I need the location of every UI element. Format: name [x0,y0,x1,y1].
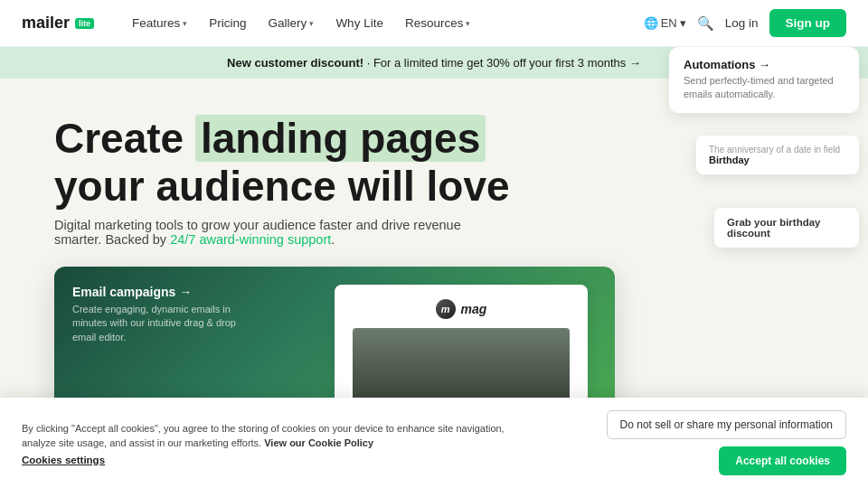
birthday-label: The anniversary of a date in field [709,145,846,155]
cookie-banner: By clicking "Accept all cookies", you ag… [0,398,868,488]
logo-badge: lite [75,18,94,29]
grab-discount-card: Grab your birthday discount [714,208,859,248]
signup-button[interactable]: Sign up [769,9,847,37]
grab-text: Grab your birthday discount [727,217,821,239]
logo-text: mailer [22,14,70,33]
nav-why-lite[interactable]: Why Lite [326,11,392,35]
nav-pricing[interactable]: Pricing [200,11,255,35]
navbar: mailer lite Features ▾ Pricing Gallery ▾… [0,0,868,47]
chevron-down-icon: ▾ [466,19,470,28]
cookie-left: By clicking "Accept all cookies", you ag… [22,421,528,465]
no-sell-button[interactable]: Do not sell or share my personal informa… [607,410,846,439]
search-icon[interactable]: 🔍 [697,15,714,32]
login-link[interactable]: Log in [725,16,759,30]
chevron-down-icon: ▾ [309,19,314,28]
email-campaigns-title: Email campaigns → [72,285,253,299]
headline-part2: your audience will love [54,163,510,210]
chevron-down-icon: ▾ [680,16,686,30]
cookie-buttons: Do not sell or share my personal informa… [607,410,846,475]
automations-card: Automations → Send perfectly-timed and t… [669,47,859,113]
globe-icon: 🌐 [644,16,658,30]
nav-gallery[interactable]: Gallery ▾ [259,11,324,35]
cookie-text: By clicking "Accept all cookies", you ag… [22,421,528,451]
editor-logo-icon: m [436,299,456,319]
hero-subtitle: Digital marketing tools to grow your aud… [54,218,506,247]
logo[interactable]: mailer lite [22,14,94,33]
chevron-down-icon: ▾ [183,19,187,28]
email-campaigns-label: Email campaigns → Create engaging, dynam… [72,285,253,344]
headline-highlight: landing pages [195,115,486,162]
cookie-settings-button[interactable]: Cookies settings [22,455,105,465]
nav-features[interactable]: Features ▾ [123,11,196,35]
editor-logo: m mag [436,299,487,319]
headline-part1: Create [54,115,195,162]
automations-subtitle: Send perfectly-timed and targeted emails… [684,74,844,102]
editor-logo-text: mag [461,302,487,316]
birthday-card: The anniversary of a date in field Birth… [696,136,859,174]
language-selector[interactable]: 🌐 EN ▾ [644,16,686,30]
nav-links: Features ▾ Pricing Gallery ▾ Why Lite Re… [123,11,644,35]
promo-bold: New customer discount! [227,56,363,70]
nav-resources[interactable]: Resources ▾ [396,11,480,35]
birthday-value: Birthday [709,155,846,165]
promo-text: · For a limited time get 30% off your fi… [367,56,641,70]
automations-title: Automations → [684,58,844,71]
support-link[interactable]: 24/7 award-winning support [170,232,331,247]
accept-cookies-button[interactable]: Accept all cookies [719,446,846,475]
cookie-policy-link[interactable]: View our Cookie Policy [264,437,373,448]
nav-right: 🌐 EN ▾ 🔍 Log in Sign up [644,9,846,37]
email-campaigns-subtitle: Create engaging, dynamic emails in minut… [72,303,253,344]
